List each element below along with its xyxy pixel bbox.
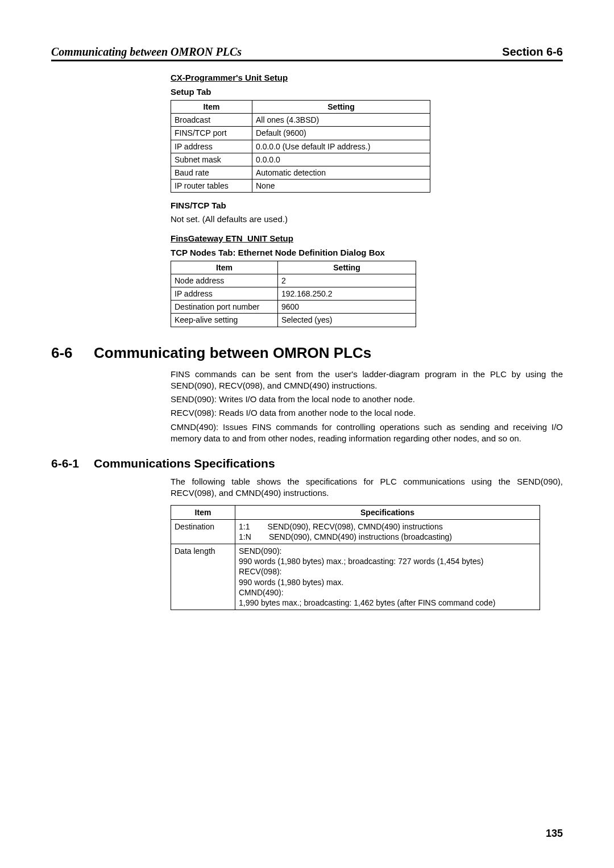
table-row: Node address2 <box>171 274 416 287</box>
table-header-setting: Setting <box>252 101 430 114</box>
fins-tcp-note: Not set. (All defaults are used.) <box>171 214 563 225</box>
subsection-intro: The following table shows the specificat… <box>171 476 563 499</box>
subsection-number: 6-6-1 <box>51 457 94 470</box>
section-paragraph: RECV(098): Reads I/O data from another n… <box>171 407 563 419</box>
setup-tab-label: Setup Tab <box>171 87 563 97</box>
finsgateway-heading: FinsGateway ETN_UNIT Setup <box>171 233 563 243</box>
table-row: Destination 1:1 SEND(090), RECV(098), CM… <box>171 519 540 544</box>
table-row: IP address0.0.0.0 (Use default IP addres… <box>171 140 430 153</box>
tcp-nodes-table: Item Setting Node address2 IP address192… <box>171 261 416 327</box>
subsection-title-text: Communications Specifications <box>94 457 275 470</box>
section-paragraph: CMND(490): Issues FINS commands for cont… <box>171 422 563 445</box>
table-row: BroadcastAll ones (4.3BSD) <box>171 114 430 127</box>
page-number: 135 <box>546 828 563 840</box>
header-section: Section 6-6 <box>502 45 563 59</box>
header-title: Communicating between OMRON PLCs <box>51 45 242 59</box>
table-header-item: Item <box>171 101 252 114</box>
table-row: IP router tablesNone <box>171 180 430 193</box>
table-row: Subnet mask0.0.0.0 <box>171 153 430 166</box>
specifications-table: Item Specifications Destination 1:1 SEND… <box>171 505 540 611</box>
table-row: Keep-alive settingSelected (yes) <box>171 314 416 327</box>
table-row: FINS/TCP portDefault (9600) <box>171 127 430 140</box>
table-row: Destination port number9600 <box>171 301 416 314</box>
section-number: 6-6 <box>51 344 94 362</box>
table-header-item: Item <box>171 261 278 274</box>
section-paragraph: FINS commands can be sent from the user'… <box>171 369 563 392</box>
table-header-spec: Specifications <box>235 505 540 519</box>
section-title-text: Communicating between OMRON PLCs <box>94 344 371 361</box>
cx-programmers-unit-setup-heading: CX-Programmer's Unit Setup <box>171 73 563 82</box>
fins-tcp-tab-label: FINS/TCP Tab <box>171 201 563 210</box>
tcp-nodes-tab-heading: TCP Nodes Tab: Ethernet Node Definition … <box>171 248 563 257</box>
table-row: Baud rateAutomatic detection <box>171 166 430 179</box>
section-heading: 6-6Communicating between OMRON PLCs <box>51 344 563 362</box>
setup-tab-table: Item Setting BroadcastAll ones (4.3BSD) … <box>171 100 430 193</box>
table-header-setting: Setting <box>278 261 416 274</box>
page-header: Communicating between OMRON PLCs Section… <box>51 45 563 61</box>
table-row: Data length SEND(090): 990 words (1,980 … <box>171 544 540 610</box>
subsection-heading: 6-6-1Communications Specifications <box>51 457 563 470</box>
table-row: IP address192.168.250.2 <box>171 287 416 300</box>
section-paragraph: SEND(090): Writes I/O data from the loca… <box>171 394 563 405</box>
table-header-item: Item <box>171 505 235 519</box>
